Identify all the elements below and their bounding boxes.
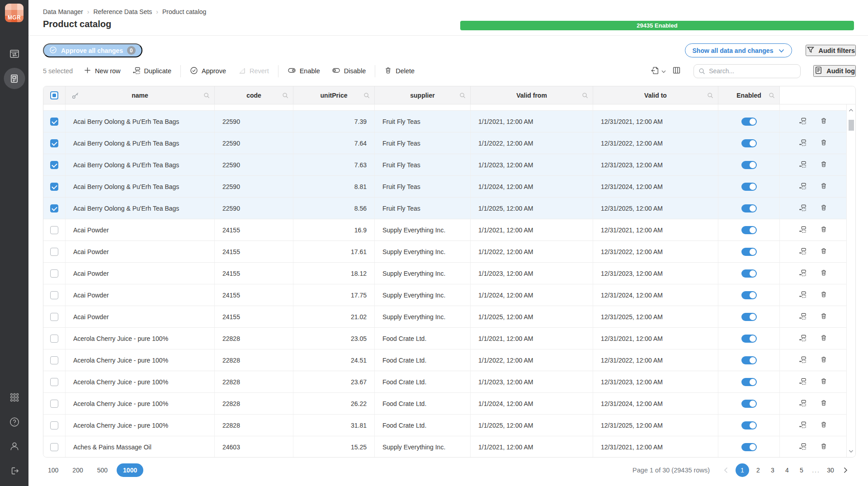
row-checkbox[interactable]	[50, 139, 58, 147]
row-checkbox[interactable]	[50, 335, 58, 343]
header-cell-name[interactable]: name	[66, 86, 215, 104]
search-icon[interactable]	[581, 92, 589, 100]
cell-name[interactable]: Aches & Pains Massage Oil	[66, 436, 215, 457]
cell-valid-from[interactable]: 1/1/2023, 12:00 AM	[471, 371, 593, 392]
cell-unitprice[interactable]: 24.51	[293, 349, 375, 371]
export-button[interactable]	[651, 66, 666, 76]
delete-row-icon[interactable]	[820, 160, 827, 169]
cell-name[interactable]: Acai Powder	[66, 241, 215, 262]
cell-valid-from[interactable]: 1/1/2021, 12:00 AM	[471, 111, 593, 132]
cell-supplier[interactable]: Food Crate Ltd.	[375, 415, 471, 436]
cell-supplier[interactable]: Fruit Fly Teas	[375, 132, 471, 154]
cell-valid-to[interactable]: 12/31/2022, 12:00 AM	[593, 241, 718, 262]
delete-row-icon[interactable]	[820, 443, 827, 451]
cell-unitprice[interactable]: 7.64	[293, 132, 375, 154]
row-checkbox[interactable]	[50, 161, 58, 169]
cell-code[interactable]: 22590	[215, 111, 293, 132]
previous-page-icon[interactable]	[721, 467, 731, 473]
cell-unitprice[interactable]: 15.25	[293, 436, 375, 457]
page-number[interactable]: 3	[767, 463, 778, 477]
cell-supplier[interactable]: Fruit Fly Teas	[375, 198, 471, 219]
cell-supplier[interactable]: Supply Everything Inc.	[375, 219, 471, 241]
cell-valid-from[interactable]: 1/1/2022, 12:00 AM	[471, 241, 593, 262]
delete-row-icon[interactable]	[820, 356, 827, 364]
sidebar-item-apps[interactable]	[9, 392, 19, 402]
cell-valid-to[interactable]: 12/31/2024, 12:00 AM	[593, 284, 718, 306]
page-size-200[interactable]: 200	[67, 464, 88, 477]
cell-supplier[interactable]: Food Crate Ltd.	[375, 371, 471, 392]
enabled-toggle[interactable]	[741, 443, 757, 451]
cell-unitprice[interactable]: 31.81	[293, 415, 375, 436]
cell-name[interactable]: Acai Powder	[66, 219, 215, 241]
cell-valid-from[interactable]: 1/1/2025, 12:00 AM	[471, 415, 593, 436]
cell-valid-from[interactable]: 1/1/2021, 12:00 AM	[471, 219, 593, 241]
row-checkbox[interactable]	[50, 313, 58, 321]
cell-valid-to[interactable]: 12/31/2022, 12:00 AM	[593, 132, 718, 154]
cell-supplier[interactable]: Fruit Fly Teas	[375, 111, 471, 132]
cell-valid-to[interactable]: 12/31/2025, 12:00 AM	[593, 198, 718, 219]
cell-name[interactable]: Acai Berry Oolong & Pu'Erh Tea Bags	[66, 176, 215, 197]
cell-name[interactable]: Acai Powder	[66, 263, 215, 284]
cell-code[interactable]: 22828	[215, 349, 293, 371]
cell-unitprice[interactable]: 23.67	[293, 371, 375, 392]
row-checkbox[interactable]	[50, 183, 58, 191]
new-row-button[interactable]: New row	[84, 66, 120, 75]
duplicate-row-icon[interactable]	[799, 247, 807, 256]
search-icon[interactable]	[363, 92, 370, 100]
row-checkbox[interactable]	[50, 291, 58, 299]
enabled-toggle[interactable]	[741, 421, 757, 429]
cell-valid-from[interactable]: 1/1/2025, 12:00 AM	[471, 198, 593, 219]
enabled-toggle[interactable]	[741, 313, 757, 321]
audit-filters-button[interactable]: Audit filters	[806, 45, 856, 56]
enabled-toggle[interactable]	[741, 356, 757, 364]
header-cell-code[interactable]: code	[215, 86, 293, 104]
cell-name[interactable]: Acerola Cherry Juice - pure 100%	[66, 328, 215, 349]
delete-row-icon[interactable]	[820, 377, 827, 386]
duplicate-row-icon[interactable]	[799, 399, 807, 408]
enabled-toggle[interactable]	[741, 400, 757, 408]
delete-row-icon[interactable]	[820, 226, 827, 234]
duplicate-row-icon[interactable]	[799, 312, 807, 321]
enabled-toggle[interactable]	[741, 118, 757, 126]
cell-supplier[interactable]: Fruit Fly Teas	[375, 176, 471, 197]
cell-valid-to[interactable]: 12/31/2024, 12:00 AM	[593, 393, 718, 414]
sidebar-item-user[interactable]	[9, 441, 19, 452]
page-size-500[interactable]: 500	[92, 464, 113, 477]
page-number[interactable]: 1	[736, 463, 749, 477]
cell-code[interactable]: 24155	[215, 219, 293, 241]
cell-valid-to[interactable]: 12/31/2025, 12:00 AM	[593, 306, 718, 327]
cell-code[interactable]: 24155	[215, 263, 293, 284]
cell-unitprice[interactable]: 17.61	[293, 241, 375, 262]
app-logo[interactable]: MGR	[5, 4, 24, 22]
enabled-toggle[interactable]	[741, 291, 757, 299]
cell-valid-from[interactable]: 1/1/2025, 12:00 AM	[471, 306, 593, 327]
cell-unitprice[interactable]: 21.02	[293, 306, 375, 327]
header-cell-valid-to[interactable]: Valid to	[593, 86, 718, 104]
header-cell-unitprice[interactable]: unitPrice	[293, 86, 375, 104]
duplicate-row-icon[interactable]	[799, 443, 807, 452]
delete-row-icon[interactable]	[820, 247, 827, 256]
row-checkbox[interactable]	[50, 443, 58, 451]
delete-row-icon[interactable]	[820, 291, 827, 299]
duplicate-row-icon[interactable]	[799, 377, 807, 387]
delete-row-icon[interactable]	[820, 312, 827, 321]
row-checkbox[interactable]	[50, 400, 58, 408]
cell-supplier[interactable]: Supply Everything Inc.	[375, 306, 471, 327]
cell-code[interactable]: 24603	[215, 436, 293, 457]
cell-name[interactable]: Acerola Cherry Juice - pure 100%	[66, 349, 215, 371]
cell-name[interactable]: Acai Berry Oolong & Pu'Erh Tea Bags	[66, 132, 215, 154]
cell-name[interactable]: Acai Berry Oolong & Pu'Erh Tea Bags	[66, 111, 215, 132]
cell-unitprice[interactable]: 7.39	[293, 111, 375, 132]
delete-row-icon[interactable]	[820, 334, 827, 343]
header-cell-valid-from[interactable]: Valid from	[471, 86, 593, 104]
cell-code[interactable]: 22828	[215, 415, 293, 436]
enable-button[interactable]: Enable	[288, 66, 320, 76]
cell-unitprice[interactable]: 18.12	[293, 263, 375, 284]
enabled-toggle[interactable]	[741, 139, 757, 147]
delete-button[interactable]: Delete	[384, 66, 415, 75]
cell-valid-to[interactable]: 12/31/2023, 12:00 AM	[593, 371, 718, 392]
cell-code[interactable]: 24155	[215, 284, 293, 306]
cell-supplier[interactable]: Food Crate Ltd.	[375, 349, 471, 371]
cell-supplier[interactable]: Food Crate Ltd.	[375, 328, 471, 349]
duplicate-row-icon[interactable]	[799, 139, 807, 148]
